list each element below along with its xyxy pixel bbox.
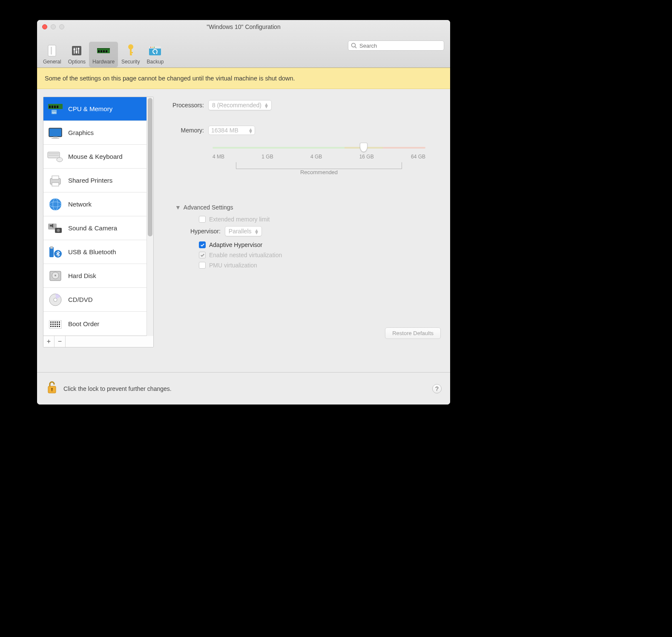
adaptive-hypervisor-label: Adaptive Hypervisor	[209, 241, 262, 248]
sidebar-item-usb-bluetooth[interactable]: USB & Bluetooth	[43, 240, 153, 264]
extended-memory-label: Extended memory limit	[209, 216, 270, 223]
svg-rect-78	[52, 389, 52, 391]
sidebar-item-label: USB & Bluetooth	[68, 248, 116, 255]
svg-rect-33	[49, 128, 62, 137]
sidebar-item-label: Mouse & Keyboard	[68, 153, 123, 160]
svg-point-40	[57, 158, 63, 162]
sidebar-item-label: Sound & Camera	[68, 224, 117, 232]
add-device-button[interactable]: +	[43, 336, 55, 347]
pmu-virtualization-label: PMU virtualization	[209, 262, 257, 269]
extended-memory-checkbox[interactable]	[199, 216, 206, 223]
warning-text: Some of the settings on this page cannot…	[45, 75, 295, 82]
sidebar-item-cd-dvd[interactable]: CD/DVD	[43, 288, 153, 312]
svg-rect-51	[50, 246, 53, 249]
svg-rect-18	[130, 54, 132, 55]
tick-label: 64 GB	[411, 154, 425, 160]
sidebar-item-mouse-keyboard[interactable]: Mouse & Keyboard	[43, 145, 153, 169]
scrollbar-thumb[interactable]	[148, 98, 152, 236]
sidebar-item-network[interactable]: Network	[43, 192, 153, 216]
disclosure-triangle-icon: ▼	[175, 204, 181, 211]
svg-rect-73	[57, 326, 58, 327]
memory-row: Memory: 16384 MB ▴▾	[163, 126, 441, 135]
svg-rect-69	[59, 324, 60, 325]
adaptive-hypervisor-checkbox[interactable]	[199, 241, 206, 248]
sidebar-list: cpu CPU & Memory Graphics Mouse & Keyboa…	[43, 97, 153, 336]
svg-rect-62	[55, 321, 56, 323]
sidebar-item-hard-disk[interactable]: Hard Disk	[43, 264, 153, 288]
svg-rect-13	[103, 50, 105, 52]
sidebar-scrollbar[interactable]	[146, 97, 153, 336]
search-input[interactable]	[359, 42, 441, 49]
processors-row: Processors: 8 (Recommended) ▴▾	[163, 100, 441, 110]
sidebar-item-cpu-memory[interactable]: cpu CPU & Memory	[43, 97, 153, 121]
svg-point-55	[55, 275, 56, 276]
search-field[interactable]	[348, 40, 444, 51]
remove-device-button[interactable]: −	[55, 336, 66, 347]
toolbar-label: General	[43, 59, 61, 65]
toolbar-general[interactable]: General	[40, 42, 65, 67]
hypervisor-row: Hypervisor: Parallels ▴▾	[190, 226, 441, 236]
svg-point-24	[352, 43, 356, 47]
advanced-disclosure[interactable]: ▼ Advanced Settings	[175, 204, 441, 211]
toolbar-label: Options	[68, 59, 86, 65]
svg-point-8	[78, 48, 80, 49]
svg-point-7	[76, 51, 78, 53]
svg-point-49	[57, 229, 60, 232]
svg-rect-71	[52, 326, 54, 327]
memory-slider[interactable]: 4 MB 1 GB 4 GB 16 GB 64 GB Recommended	[213, 144, 425, 170]
pmu-virtualization-checkbox[interactable]	[199, 262, 206, 269]
hypervisor-select[interactable]: Parallels ▴▾	[225, 226, 262, 236]
extended-memory-row: Extended memory limit	[199, 216, 441, 223]
sidebar-item-boot-order[interactable]: Boot Order	[43, 312, 153, 336]
svg-rect-36	[52, 138, 59, 139]
search-icon	[351, 43, 357, 49]
sidebar-item-label: Shared Printers	[68, 177, 112, 184]
sidebar-item-label: CD/DVD	[68, 296, 93, 303]
svg-rect-35	[53, 137, 57, 138]
svg-point-23	[154, 47, 155, 48]
svg-rect-43	[52, 183, 59, 186]
tick-label: 4 MB	[213, 154, 224, 160]
slider-thumb[interactable]	[360, 143, 368, 152]
toolbar-options[interactable]: Options	[65, 42, 89, 67]
toolbar-hardware[interactable]: Hardware	[89, 42, 118, 67]
svg-rect-1	[51, 47, 52, 55]
sidebar-item-shared-printers[interactable]: Shared Printers	[43, 169, 153, 192]
options-icon	[69, 43, 84, 58]
svg-rect-74	[59, 326, 60, 327]
toolbar-security[interactable]: Security	[118, 42, 143, 67]
nested-virtualization-row: Enable nested virtualization	[199, 252, 441, 258]
svg-line-25	[355, 47, 357, 49]
mouse-keyboard-icon	[47, 148, 64, 165]
hypervisor-value: Parallels	[229, 228, 252, 235]
processors-select[interactable]: 8 (Recommended) ▴▾	[208, 100, 272, 110]
help-button[interactable]: ?	[432, 384, 442, 393]
toolbar-backup[interactable]: Backup	[143, 42, 167, 67]
advanced-header: Advanced Settings	[184, 204, 233, 211]
lock-icon[interactable]	[46, 380, 57, 397]
svg-rect-10	[97, 48, 110, 49]
recommended-label: Recommended	[213, 169, 425, 175]
memory-label: Memory:	[163, 127, 208, 134]
sidebar-item-sound-camera[interactable]: Sound & Camera	[43, 216, 153, 240]
restore-defaults-button[interactable]: Restore Defaults	[385, 327, 441, 339]
svg-rect-14	[106, 50, 107, 52]
nested-virtualization-checkbox[interactable]	[199, 252, 206, 258]
security-icon	[123, 43, 138, 58]
advanced-section: ▼ Advanced Settings Extended memory limi…	[175, 204, 441, 269]
svg-rect-64	[59, 321, 60, 323]
sidebar-item-label: Hard Disk	[68, 272, 96, 279]
boot-order-icon	[47, 315, 64, 332]
memory-input[interactable]: 16384 MB ▴▾	[208, 126, 255, 135]
sidebar-item-graphics[interactable]: Graphics	[43, 121, 153, 145]
hardware-icon	[96, 43, 111, 58]
svg-point-44	[49, 198, 61, 210]
svg-rect-63	[57, 321, 58, 323]
svg-rect-30	[57, 106, 58, 108]
network-icon	[47, 196, 64, 213]
svg-rect-60	[50, 321, 52, 323]
tick-label: 4 GB	[310, 154, 322, 160]
svg-point-21	[150, 47, 151, 48]
general-icon	[45, 43, 59, 58]
svg-rect-29	[54, 106, 56, 108]
